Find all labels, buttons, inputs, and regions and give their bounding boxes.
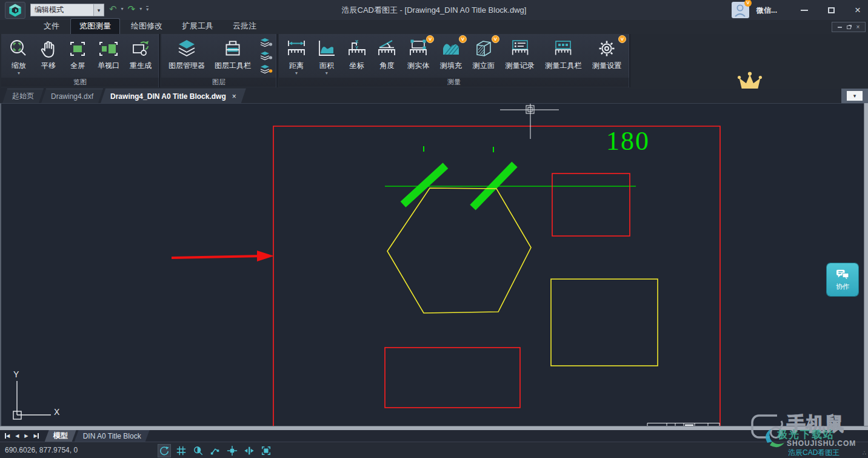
user-avatar[interactable]: V <box>732 2 749 18</box>
ribbon-button-distance[interactable]: 距离 ▾ <box>281 35 312 76</box>
menu-tab-ext-tools[interactable]: 扩展工具 <box>173 19 222 34</box>
menu-tab-view-measure[interactable]: 览图测量 <box>70 18 120 34</box>
layer-manager-icon <box>175 37 199 61</box>
ribbon-button-label: 测量工具栏 <box>545 61 581 70</box>
doc-tab-drawing4[interactable]: Drawing4.dxf <box>41 89 103 103</box>
tab-list-dropdown-button[interactable]: ▾ <box>847 91 863 101</box>
menu-tab-file[interactable]: 文件 <box>35 19 68 34</box>
ribbon-button-label: 测量记录 <box>506 61 535 70</box>
coordinate-icon: X Y <box>345 37 369 61</box>
ribbon-button-measure-settings[interactable]: V 测量设置 <box>587 35 627 70</box>
cursor-coordinates: 690.6026, 877.9754, 0 <box>5 446 78 454</box>
mode-select[interactable]: 编辑模式 ▾ <box>30 4 104 16</box>
layer-freeze-icon[interactable] <box>259 51 273 61</box>
menu-tab-draw-modify[interactable]: 绘图修改 <box>122 19 171 34</box>
redo-dropdown-icon[interactable]: ▾ <box>139 6 142 12</box>
drawing-canvas[interactable]: 180 <box>0 103 868 426</box>
ribbon-group-layer: 图层管理器 图层工具栏 <box>161 34 278 87</box>
ribbon-button-angle[interactable]: 角度 <box>372 35 402 70</box>
mdi-minimize-button[interactable] <box>838 27 842 28</box>
ribbon-button-label: 图层工具栏 <box>215 61 251 70</box>
menu-bar: 文件 览图测量 绘图修改 扩展工具 云批注 × <box>0 20 868 34</box>
ribbon-button-label: 坐标 <box>350 61 364 70</box>
doc-tab-label: Drawing4.dxf <box>51 92 93 101</box>
menu-tab-cloud-note[interactable]: 云批注 <box>224 19 265 34</box>
ribbon-button-fullscreen[interactable]: 全屏 <box>63 35 92 70</box>
ribbon-button-measure-elevation[interactable]: V 测立面 <box>467 35 500 70</box>
vip-feature-badge: V <box>426 35 434 43</box>
ribbon-button-label: 测量设置 <box>592 61 621 70</box>
ribbon-group-label: 览图 <box>1 78 159 87</box>
ribbon-button-label: 角度 <box>379 61 394 70</box>
polyline-toggle-icon[interactable] <box>209 444 222 457</box>
vertical-scrollbar[interactable] <box>864 103 868 426</box>
customize-toolbar-icon[interactable]: ▾ <box>146 6 149 12</box>
undo-icon[interactable]: ↶ <box>109 4 117 13</box>
chevron-down-icon[interactable]: ▾ <box>93 4 104 16</box>
app-logo-icon[interactable] <box>5 2 25 19</box>
fullscreen-toggle-icon[interactable] <box>259 444 273 457</box>
ribbon-button-regen[interactable]: 重生成 <box>125 35 156 70</box>
ribbon-button-zoom[interactable]: 缩放 ▾ <box>4 35 34 76</box>
doc-tab-active[interactable]: Drawing4_DIN A0 Title Block.dwg × <box>101 89 246 103</box>
ribbon-button-coordinate[interactable]: X Y 坐标 <box>342 35 372 70</box>
zoom-icon <box>7 37 31 61</box>
narrow-toggle-icon[interactable] <box>242 444 256 457</box>
ribbon-button-label: 图层管理器 <box>169 61 205 70</box>
layout-tab-label: DIN A0 Title Block <box>83 432 141 440</box>
ribbon-button-label: 距离 <box>289 61 304 70</box>
minimize-button[interactable] <box>798 5 811 16</box>
orbit-toggle-icon[interactable] <box>158 444 171 457</box>
red-rect-lower <box>385 348 520 408</box>
layout-tab-title-block[interactable]: DIN A0 Title Block <box>75 430 150 442</box>
chevron-down-icon: ▾ <box>326 70 328 76</box>
ribbon-button-layer-toolbar[interactable]: 图层工具栏 <box>210 35 256 70</box>
ribbon-button-pan[interactable]: 平移 <box>34 35 63 70</box>
maximize-button[interactable] <box>824 5 838 16</box>
quick-access-toolbar: ↶ ▾ ↷ ▾ ▾ <box>109 4 149 13</box>
chevron-down-icon: ▾ <box>295 70 298 76</box>
last-layout-icon[interactable]: ▶ <box>33 433 38 439</box>
svg-text:X: X <box>355 39 359 44</box>
horizontal-scrollbar[interactable] <box>0 426 868 430</box>
ribbon-button-layer-manager[interactable]: 图层管理器 <box>164 35 210 70</box>
tab-list-strip: ▾ <box>841 89 868 103</box>
vip-feature-badge: V <box>618 35 626 43</box>
undo-dropdown-icon[interactable]: ▾ <box>121 6 124 12</box>
collaboration-button[interactable]: 协作 <box>827 263 858 296</box>
ribbon-button-measure-entity[interactable]: V 测实体 <box>402 35 435 70</box>
ribbon-button-label: 全屏 <box>70 61 85 70</box>
doc-tab-start-page[interactable]: 起始页 <box>2 89 44 103</box>
ribbon-button-measure-toolbar[interactable]: 测量工具栏 <box>540 35 587 70</box>
ribbon-button-area[interactable]: 面积 ▾ <box>312 35 342 76</box>
redo-icon[interactable]: ↷ <box>128 4 136 13</box>
zoom-toggle-icon[interactable] <box>192 444 205 457</box>
ribbon-button-measure-hatch[interactable]: V 测填充 <box>435 35 467 70</box>
layer-on-icon[interactable] <box>259 38 273 47</box>
wechat-login-label[interactable]: 微信... <box>756 5 777 16</box>
red-rect-upper <box>552 173 630 236</box>
mdi-restore-button[interactable] <box>847 25 851 29</box>
ribbon-group-label: 图层 <box>161 78 276 87</box>
tab-close-icon[interactable]: × <box>232 92 236 101</box>
object-snap-toggle-icon[interactable] <box>225 444 239 457</box>
ribbon-group-measure: 距离 ▾ 面积 ▾ <box>279 34 630 87</box>
grid-toggle-icon[interactable] <box>175 444 188 457</box>
yellow-hexagon <box>387 188 531 313</box>
prev-layout-icon[interactable]: ◀ <box>15 433 19 439</box>
status-bar: 690.6026, 877.9754, 0 <box>0 442 868 458</box>
next-layout-icon[interactable]: ▶ <box>24 433 28 439</box>
layout-nav-buttons: ◀ ◀ ▶ ▶ <box>0 430 45 442</box>
layer-current-icon[interactable] <box>259 64 273 74</box>
mdi-window-controls: × <box>832 22 866 32</box>
layer-quick-tools <box>256 35 274 74</box>
close-button[interactable]: × <box>851 5 864 16</box>
vip-feature-badge: V <box>492 35 499 43</box>
layout-tab-model[interactable]: 模型 <box>45 430 76 442</box>
pan-hand-icon <box>36 37 61 61</box>
ribbon-button-measure-record[interactable]: 测量记录 <box>500 35 540 70</box>
first-layout-icon[interactable]: ◀ <box>5 433 10 439</box>
mdi-close-button[interactable]: × <box>856 24 860 30</box>
cad-drawing: 180 <box>1 104 868 426</box>
ribbon-button-viewport[interactable]: 单视口 <box>92 35 125 70</box>
